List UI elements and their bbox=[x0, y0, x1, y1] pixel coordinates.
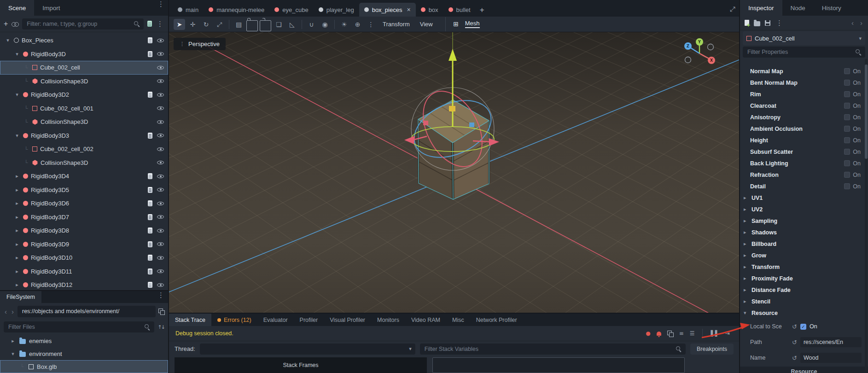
debugger-tab[interactable]: Evaluator bbox=[257, 314, 294, 326]
inspector-section[interactable]: ▸Distance Fade bbox=[740, 284, 868, 296]
prev-object-icon[interactable]: ‹ bbox=[851, 19, 855, 27]
property-row[interactable]: Subsurf ScatterOn bbox=[740, 146, 868, 157]
chevron-right-icon[interactable]: ▸ bbox=[14, 200, 20, 206]
property-row[interactable]: HeightOn bbox=[740, 134, 868, 146]
fullscreen-icon[interactable]: ⤢ bbox=[730, 6, 735, 13]
error-notify-icon[interactable] bbox=[657, 332, 661, 336]
unlock-icon[interactable] bbox=[260, 20, 271, 31]
checkbox-icon[interactable] bbox=[844, 149, 850, 155]
chevron-right-icon[interactable]: ▸ bbox=[14, 173, 20, 179]
script-icon[interactable] bbox=[148, 214, 152, 220]
revert-icon[interactable]: ↺ bbox=[792, 323, 797, 330]
checkbox-icon[interactable] bbox=[844, 126, 850, 132]
property-row[interactable]: Normal MapOn bbox=[740, 65, 868, 77]
stack-variables-panel[interactable] bbox=[432, 357, 685, 373]
inspector-section[interactable]: ▸Stencil bbox=[740, 296, 868, 307]
break-icon[interactable]: ● bbox=[646, 331, 650, 336]
scene-tree-row[interactable]: ▸RigidBody3D5 bbox=[0, 183, 168, 197]
scale-tool-icon[interactable]: ⤢ bbox=[214, 19, 225, 30]
menu-view[interactable]: View bbox=[416, 21, 437, 28]
filesystem-path-input[interactable] bbox=[21, 308, 152, 315]
chevron-down-icon[interactable]: ▾ bbox=[10, 351, 16, 357]
eye-icon[interactable] bbox=[157, 51, 164, 57]
checkbox-icon[interactable] bbox=[844, 80, 850, 86]
eye-icon[interactable] bbox=[157, 186, 164, 193]
checkbox-icon[interactable] bbox=[844, 172, 850, 178]
axis-negative-handle[interactable] bbox=[685, 57, 691, 63]
thread-dropdown[interactable]: ▾ bbox=[200, 344, 415, 355]
copy-path-icon[interactable] bbox=[158, 309, 164, 315]
eye-icon[interactable] bbox=[157, 92, 164, 98]
menu-transform[interactable]: Transform bbox=[379, 21, 414, 28]
expand-tree-icon[interactable]: ≡ bbox=[679, 331, 684, 336]
filesystem-row[interactable]: ▸enemies bbox=[0, 334, 168, 347]
checkbox-icon[interactable] bbox=[844, 114, 850, 120]
viewport-menu-icon[interactable]: ⋮ bbox=[365, 19, 377, 30]
lock-icon[interactable] bbox=[246, 20, 258, 31]
ruler-icon[interactable]: ◺ bbox=[286, 19, 298, 30]
breakpoints-button[interactable]: Breakpoints bbox=[690, 344, 734, 355]
chevron-right-icon[interactable]: ▸ bbox=[14, 255, 20, 261]
environment-icon[interactable]: ⊕ bbox=[352, 19, 363, 30]
checkbox-checked-icon[interactable]: ✓ bbox=[800, 324, 806, 330]
property-row[interactable]: Back LightingOn bbox=[740, 157, 868, 169]
list-select-icon[interactable]: ▤ bbox=[233, 19, 245, 30]
eye-icon[interactable] bbox=[157, 105, 164, 111]
scene-tree-row[interactable]: └CollisionShape3D bbox=[0, 75, 168, 88]
script-icon[interactable] bbox=[148, 37, 152, 43]
rotate-tool-icon[interactable]: ↻ bbox=[200, 19, 212, 30]
scene-tree-row[interactable]: └Cube_002_cell_002 bbox=[0, 142, 168, 156]
eye-icon[interactable] bbox=[157, 37, 164, 44]
axis-navigation-gizmo[interactable]: Y X Z bbox=[681, 37, 718, 74]
pause-icon[interactable]: ▌▌ bbox=[711, 331, 719, 336]
stack-variables-filter-input[interactable] bbox=[424, 345, 676, 353]
eye-icon[interactable] bbox=[157, 132, 164, 139]
copy-icon[interactable] bbox=[667, 331, 673, 337]
scene-tree-row[interactable]: ▾Box_Pieces bbox=[0, 34, 168, 47]
scene-tree-row[interactable]: ▸RigidBody3D11 bbox=[0, 265, 168, 279]
chevron-right-icon[interactable]: ▸ bbox=[14, 227, 20, 233]
sun-icon[interactable]: ☀ bbox=[338, 19, 350, 30]
camera-preview-icon[interactable]: ◉ bbox=[319, 19, 331, 30]
resource-property-row[interactable]: Name↺Wood bbox=[740, 350, 868, 366]
debugger-tab[interactable]: Network Profiler bbox=[470, 314, 523, 326]
inspector-filter-input[interactable] bbox=[746, 48, 855, 56]
debugger-tab[interactable]: Monitors bbox=[371, 314, 405, 326]
new-resource-icon[interactable] bbox=[745, 20, 749, 26]
debugger-tab[interactable]: Stack Trace bbox=[169, 314, 211, 326]
property-value-field[interactable]: res://scenes/En bbox=[800, 337, 862, 347]
scene-tree-menu-icon[interactable]: ⋮ bbox=[156, 20, 164, 28]
scene-tree-row[interactable]: └Cube_002_cell bbox=[0, 61, 168, 75]
checkbox-icon[interactable] bbox=[844, 160, 850, 166]
script-icon[interactable] bbox=[148, 282, 152, 288]
tab-inspector[interactable]: Inspector bbox=[740, 0, 782, 16]
chevron-down-icon[interactable]: ▾ bbox=[14, 133, 20, 139]
scene-tree-row[interactable]: ▸RigidBody3D12 bbox=[0, 278, 168, 290]
inspector-section-resource[interactable]: ▾Resource bbox=[740, 307, 868, 319]
script-icon[interactable] bbox=[148, 227, 152, 233]
tab-filesystem[interactable]: FileSystem bbox=[0, 291, 41, 303]
edited-object-selector[interactable]: Cube_002_cell ▾ bbox=[743, 31, 865, 45]
inspector-section[interactable]: ▸UV1 bbox=[740, 192, 868, 204]
debugger-tab[interactable]: Profiler bbox=[294, 314, 324, 326]
scene-tree-row[interactable]: ▸RigidBody3D6 bbox=[0, 197, 168, 210]
eye-icon[interactable] bbox=[157, 200, 164, 207]
inspector-section[interactable]: ▸Proximity Fade bbox=[740, 273, 868, 284]
script-icon[interactable] bbox=[148, 255, 152, 261]
perspective-menu[interactable]: ⋮ Perspective bbox=[174, 38, 226, 50]
chevron-right-icon[interactable]: ▸ bbox=[14, 282, 20, 288]
property-row[interactable]: DetailOn bbox=[740, 181, 868, 192]
eye-icon[interactable] bbox=[157, 173, 164, 180]
history-forward-icon[interactable]: › bbox=[11, 308, 15, 315]
attach-script-icon[interactable] bbox=[147, 21, 152, 27]
scrollbar-thumb[interactable] bbox=[865, 64, 868, 159]
scene-tree-row[interactable]: ▸RigidBody3D4 bbox=[0, 169, 168, 183]
tab-history[interactable]: History bbox=[814, 0, 850, 16]
scene-tree-row[interactable]: ▾RigidBody3D3 bbox=[0, 129, 168, 143]
tab-import[interactable]: Import bbox=[34, 0, 68, 16]
history-back-icon[interactable]: ‹ bbox=[4, 308, 8, 315]
property-value-field[interactable]: Wood bbox=[800, 353, 862, 363]
eye-icon[interactable] bbox=[157, 159, 164, 166]
link-icon[interactable] bbox=[12, 21, 18, 27]
chevron-down-icon[interactable]: ▾ bbox=[14, 92, 20, 98]
